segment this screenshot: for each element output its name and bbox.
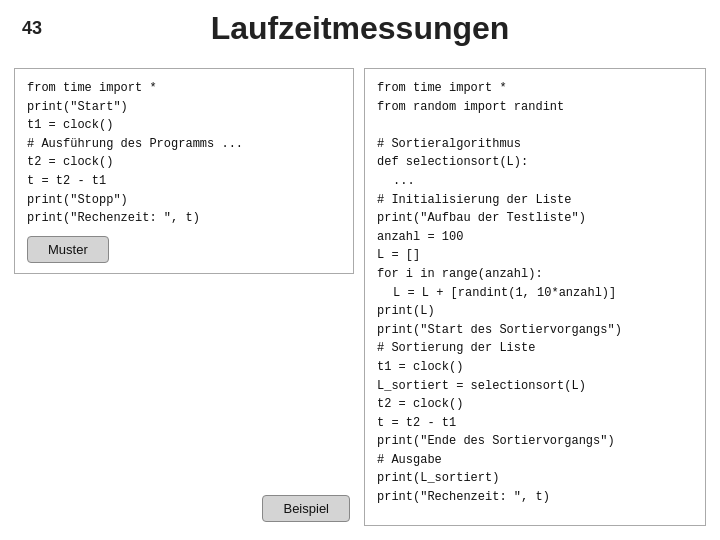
left-spacer	[14, 284, 354, 398]
right-code-line17: L_sortiert = selectionsort(L)	[377, 377, 693, 396]
right-code-line2: from random import randint	[377, 98, 693, 117]
right-code-line22: print(L_sortiert)	[377, 469, 693, 488]
right-code-line5: def selectionsort(L):	[377, 153, 693, 172]
right-code-line23: print("Rechenzeit: ", t)	[377, 488, 693, 507]
left-code-line3: t1 = clock()	[27, 116, 341, 135]
right-code-line4: # Sortieralgorithmus	[377, 135, 693, 154]
right-code-panel: from time import * from random import ra…	[364, 68, 706, 526]
muster-button[interactable]: Muster	[27, 236, 109, 263]
left-code-line8: print("Rechenzeit: ", t)	[27, 209, 341, 228]
left-code-line5: t2 = clock()	[27, 153, 341, 172]
right-code-line10: L = []	[377, 246, 693, 265]
right-code-line6: ...	[377, 172, 693, 191]
slide: 43 Laufzeitmessungen from time import * …	[0, 0, 720, 540]
beispiel-button-row: Beispiel	[14, 408, 354, 526]
right-code-line11: for i in range(anzahl):	[377, 265, 693, 284]
right-code-line12: L = L + [randint(1, 10*anzahl)]	[377, 284, 693, 303]
right-code-line19: t = t2 - t1	[377, 414, 693, 433]
slide-title: Laufzeitmessungen	[0, 10, 720, 47]
beispiel-button[interactable]: Beispiel	[262, 495, 350, 522]
right-code-line1: from time import *	[377, 79, 693, 98]
right-code-line13: print(L)	[377, 302, 693, 321]
right-code-line15: # Sortierung der Liste	[377, 339, 693, 358]
left-code-line2: print("Start")	[27, 98, 341, 117]
left-panel: from time import * print("Start") t1 = c…	[14, 68, 354, 526]
left-code-line1: from time import *	[27, 79, 341, 98]
right-code-line3	[377, 116, 693, 135]
left-code-line6: t = t2 - t1	[27, 172, 341, 191]
right-code-line21: # Ausgabe	[377, 451, 693, 470]
right-code-line18: t2 = clock()	[377, 395, 693, 414]
left-code-line4: # Ausführung des Programms ...	[27, 135, 341, 154]
right-code-line8: print("Aufbau der Testliste")	[377, 209, 693, 228]
muster-code-box: from time import * print("Start") t1 = c…	[14, 68, 354, 274]
right-code-line16: t1 = clock()	[377, 358, 693, 377]
right-code-line7: # Initialisierung der Liste	[377, 191, 693, 210]
muster-button-row: Muster	[27, 236, 341, 263]
right-code-line9: anzahl = 100	[377, 228, 693, 247]
right-code-line14: print("Start des Sortiervorgangs")	[377, 321, 693, 340]
right-code-line20: print("Ende des Sortiervorgangs")	[377, 432, 693, 451]
left-code-line7: print("Stopp")	[27, 191, 341, 210]
content-area: from time import * print("Start") t1 = c…	[14, 68, 706, 526]
